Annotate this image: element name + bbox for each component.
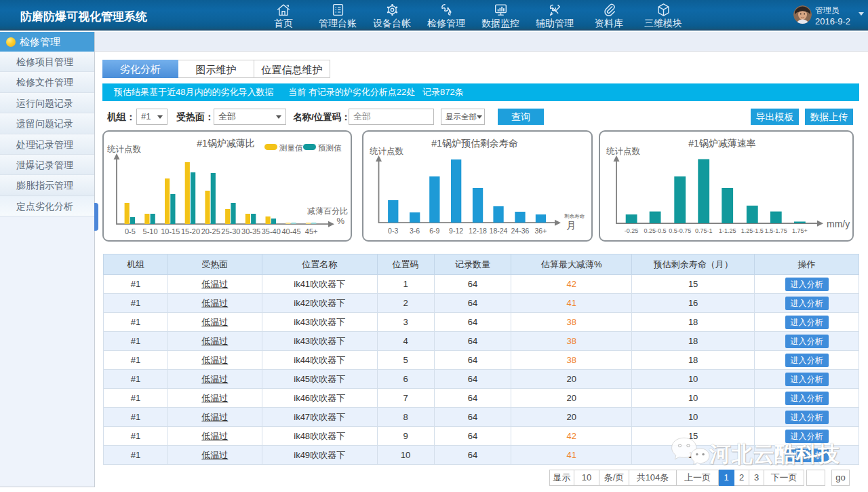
svg-text:6-9: 6-9: [429, 227, 439, 235]
svg-text:3-6: 3-6: [410, 227, 420, 235]
svg-text:5-10: 5-10: [143, 227, 158, 235]
svg-text:统计点数: 统计点数: [606, 147, 641, 156]
svg-text:36+: 36+: [534, 227, 547, 235]
svg-text:减薄百分比: 减薄百分比: [307, 206, 348, 216]
svg-text:剩余寿命: 剩余寿命: [564, 213, 585, 219]
svg-text:0.5-0.75: 0.5-0.75: [669, 227, 691, 234]
svg-text:0.25-0.5: 0.25-0.5: [644, 227, 667, 234]
svg-text:30-35: 30-35: [241, 227, 260, 235]
svg-text:40-45: 40-45: [281, 227, 300, 235]
svg-text:0.75-1: 0.75-1: [695, 227, 713, 234]
svg-text:25-30: 25-30: [221, 227, 240, 235]
svg-text:1-1.25: 1-1.25: [719, 227, 736, 234]
svg-text:24-36: 24-36: [511, 227, 529, 235]
svg-text:#1锅炉减薄比: #1锅炉减薄比: [197, 138, 255, 149]
svg-text:9-12: 9-12: [449, 227, 463, 235]
svg-text:35-40: 35-40: [262, 227, 281, 235]
svg-text:#1锅炉减薄速率: #1锅炉减薄速率: [688, 138, 756, 149]
svg-text:#1锅炉预估剩余寿命: #1锅炉预估剩余寿命: [431, 138, 518, 149]
svg-text:%: %: [336, 216, 344, 226]
svg-text:-0.25: -0.25: [625, 227, 639, 234]
svg-text:45+: 45+: [305, 227, 318, 235]
svg-text:20-25: 20-25: [201, 227, 220, 235]
svg-text:统计点数: 统计点数: [107, 145, 142, 154]
svg-text:测量值: 测量值: [279, 144, 303, 152]
svg-text:月: 月: [566, 220, 576, 231]
svg-text:1.25-1.5: 1.25-1.5: [741, 227, 764, 234]
svg-text:0-3: 0-3: [388, 227, 398, 235]
svg-text:18-24: 18-24: [490, 227, 508, 235]
svg-text:统计点数: 统计点数: [370, 147, 404, 156]
svg-text:mm/y: mm/y: [827, 219, 850, 229]
svg-text:1.5-1.75: 1.5-1.75: [765, 227, 787, 234]
svg-text:12-18: 12-18: [469, 227, 487, 235]
svg-text:10-15: 10-15: [161, 227, 180, 235]
svg-text:15-20: 15-20: [181, 227, 200, 235]
svg-text:1.75+: 1.75+: [792, 227, 808, 234]
svg-text:预测值: 预测值: [318, 144, 342, 152]
svg-text:0-5: 0-5: [125, 227, 136, 235]
